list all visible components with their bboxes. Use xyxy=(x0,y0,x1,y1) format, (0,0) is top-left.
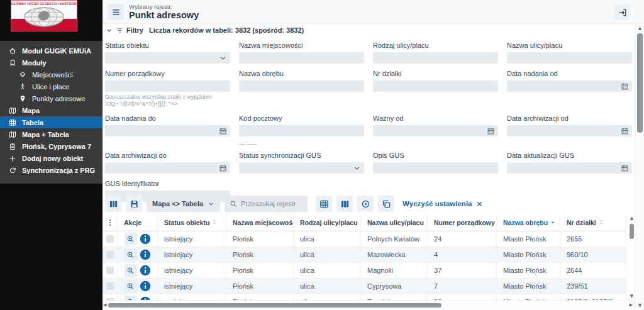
table-cell: ulica xyxy=(294,279,361,294)
search-box xyxy=(225,196,308,212)
sidebar-item-dodaj-nowy-obiekt[interactable]: Dodaj nowy obiekt xyxy=(0,152,103,164)
sidebar-item-mapa[interactable]: Mapa xyxy=(0,104,103,116)
filter-input-rodzaj-ulicy-placu[interactable] xyxy=(373,52,498,64)
filter-field-helper: __-___ xyxy=(239,138,364,145)
table-cell xyxy=(118,279,158,294)
zoom-to-feature-button[interactable] xyxy=(125,296,137,300)
map-view-button[interactable] xyxy=(336,196,353,212)
sidebar-item-punkty-adresowe[interactable]: Punkty adresowe xyxy=(0,92,103,104)
sidebar-item-ulice-i-place[interactable]: Ulice i place xyxy=(0,80,103,92)
view-mode-label: Mapa <> Tabela xyxy=(152,200,203,208)
filter-field-label: Nazwa miejscowości xyxy=(239,42,364,50)
scroll-left-icon[interactable]: ◀ xyxy=(103,303,106,307)
row-checkbox[interactable] xyxy=(106,235,114,243)
column-header[interactable]: Status obiektu xyxy=(158,214,226,231)
sidebar-item-plonsk-cyprysowa-7[interactable]: Płońsk, Cyprysowa 7 xyxy=(0,140,103,152)
table-cell xyxy=(118,247,158,262)
filter-input-nazwa-miejscowości[interactable] xyxy=(239,52,364,64)
column-header[interactable]: Nazwa miejscowości xyxy=(226,214,294,231)
row-checkbox[interactable] xyxy=(106,282,114,290)
hamburger-menu-button[interactable] xyxy=(108,4,124,20)
column-header[interactable]: Nazwa obrębu xyxy=(497,214,560,231)
filter-input-data-nadania-od[interactable] xyxy=(507,80,632,92)
info-button[interactable] xyxy=(140,280,151,292)
copy-button[interactable] xyxy=(378,196,394,212)
table-cell: Płońsk xyxy=(226,247,294,262)
filter-field: Status synchronizacji GUS xyxy=(239,152,364,174)
filter-input-kod-pocztowy[interactable] xyxy=(239,125,364,136)
sidebar-item-synchronizacja-z-prg[interactable]: Synchronizacja z PRG xyxy=(0,164,103,176)
table-row[interactable]: projektowanyPłońskulicaToruńska26Miasto … xyxy=(103,294,626,300)
horizontal-scroll-thumb[interactable] xyxy=(108,303,441,307)
table-cell xyxy=(118,263,158,278)
map-icon xyxy=(8,130,17,139)
page-vertical-scrollbar[interactable]: ▲ ▼ xyxy=(635,25,644,310)
filter-field-label: Numer porządkowy xyxy=(105,70,230,78)
row-checkbox[interactable] xyxy=(106,251,114,258)
filter-input-nr-działki[interactable] xyxy=(373,80,498,92)
table-view-button[interactable] xyxy=(316,196,332,212)
column-header[interactable]: Nazwa ulicy/placu xyxy=(361,214,428,231)
sidebar-item-moduly[interactable]: Moduły xyxy=(0,57,103,69)
column-menu-button[interactable] xyxy=(103,214,118,231)
clear-settings-button[interactable]: Wyczyść ustawienia xyxy=(399,200,487,208)
sidebar-item-tabela[interactable]: Tabela xyxy=(0,116,103,128)
zoom-to-feature-button[interactable] xyxy=(125,280,137,292)
filter-input-status-obiektu[interactable] xyxy=(105,52,230,64)
filter-input-nazwa-obrębu[interactable] xyxy=(239,80,364,92)
table-horizontal-scrollbar[interactable]: ◀ ▶ xyxy=(103,300,635,310)
filter-input-opis-gus[interactable] xyxy=(373,162,498,174)
sidebar-item-modul-gugik-emuia[interactable]: Moduł GUGiK EMUiA xyxy=(0,45,103,57)
column-header[interactable]: Rodzaj ulicy/placu xyxy=(294,214,361,231)
filter-field: Data archiwizacji do xyxy=(105,152,230,174)
table-row[interactable]: istniejącyPłońskulicaPolnych Kwiatów24Mi… xyxy=(103,231,626,247)
sidebar-item-mapa-tabela[interactable]: Mapa + Tabela xyxy=(0,128,103,140)
plus-icon xyxy=(8,154,17,163)
filter-input-data-archiwizacji-do[interactable] xyxy=(105,162,230,174)
zoom-to-feature-button[interactable] xyxy=(125,248,137,261)
scroll-right-icon[interactable]: ▶ xyxy=(630,303,633,307)
filter-input-nazwa-ulicy-placu[interactable] xyxy=(507,52,632,64)
table-cell: 960/10 xyxy=(560,247,626,262)
zoom-to-feature-button[interactable] xyxy=(125,264,137,277)
table-cell: 7 xyxy=(428,279,497,294)
filter-icon[interactable] xyxy=(116,26,123,34)
save-button[interactable] xyxy=(126,196,142,212)
sync-icon xyxy=(8,166,17,175)
table-cell xyxy=(118,294,158,300)
columns-button[interactable] xyxy=(105,196,121,212)
view-mode-select[interactable]: Mapa <> Tabela xyxy=(147,196,220,212)
home-icon xyxy=(8,47,17,55)
filter-input-data-aktualizacji-gus[interactable] xyxy=(507,162,632,174)
table-row[interactable]: istniejącyPłońskulicaMazowiecka4Miasto P… xyxy=(103,247,626,263)
page-scroll-thumb[interactable] xyxy=(637,33,643,133)
row-checkbox[interactable] xyxy=(106,267,114,274)
emuia-app: GŁÓWNY URZĄD GEODEZJI I KARTOGRAFII Modu… xyxy=(0,0,644,310)
filter-input-ważny-od[interactable] xyxy=(373,125,498,136)
exit-button[interactable] xyxy=(614,4,630,20)
table-scroll-thumb[interactable] xyxy=(630,224,634,239)
column-header-label: Nazwa ulicy/placu xyxy=(367,219,424,226)
table-row[interactable]: istniejącyPłońskulicaCyprysowa7Miasto Pł… xyxy=(103,279,626,294)
zoom-to-feature-button[interactable] xyxy=(125,233,137,245)
table-cell: Polnych Kwiatów xyxy=(361,231,428,246)
search-input[interactable] xyxy=(241,200,303,208)
clipboard-icon xyxy=(8,142,17,151)
info-button[interactable] xyxy=(140,233,151,245)
page-scroll-down-icon[interactable]: ▼ xyxy=(635,304,644,308)
column-header[interactable]: Nr działki xyxy=(560,214,626,231)
info-button[interactable] xyxy=(140,249,151,260)
table-row[interactable]: istniejącyPłońskulicaMagnolii37Miasto Pł… xyxy=(103,263,626,279)
filter-input-status-synchronizacji-gus[interactable] xyxy=(239,162,364,174)
page-scroll-up-icon[interactable]: ▲ xyxy=(635,26,644,31)
locate-button[interactable] xyxy=(357,196,374,212)
filter-input-numer-porządkowy[interactable] xyxy=(105,80,230,92)
filter-input-data-archiwizacji-od[interactable] xyxy=(507,125,632,136)
sidebar-item-miejscowosci[interactable]: Miejscowości xyxy=(0,69,103,80)
column-header[interactable]: Numer porządkowy xyxy=(428,214,497,231)
map-icon xyxy=(8,106,17,115)
collapse-chevron-icon[interactable] xyxy=(105,26,113,34)
info-button[interactable] xyxy=(140,265,151,276)
copy-icon xyxy=(382,199,391,209)
filter-input-data-nadania-do[interactable] xyxy=(105,125,230,136)
